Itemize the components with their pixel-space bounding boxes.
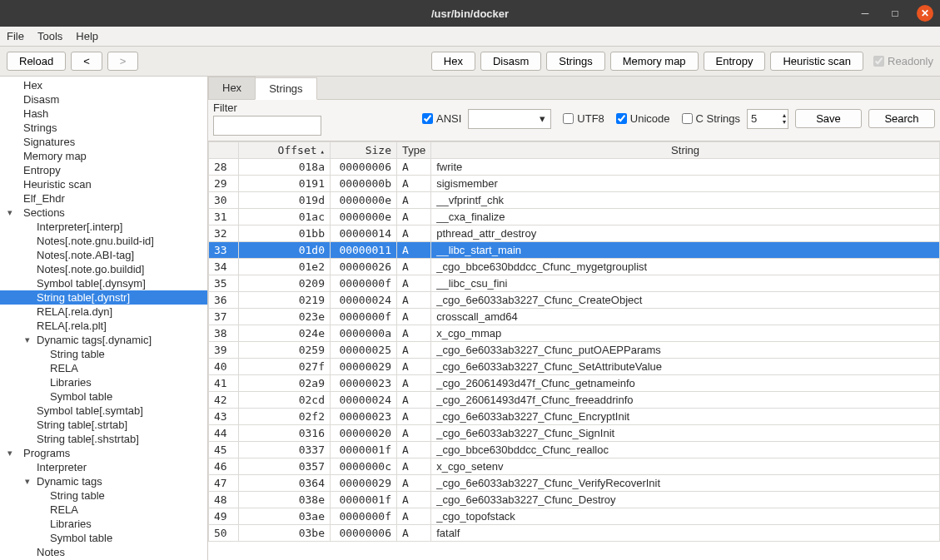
forward-button[interactable]: > — [107, 52, 139, 71]
readonly-input[interactable] — [873, 56, 884, 67]
tree-item[interactable]: Elf_Ehdr — [0, 191, 207, 206]
minimize-button[interactable]: ─ — [857, 5, 873, 22]
cstrings-checkbox[interactable]: C Strings — [682, 112, 740, 125]
table-row[interactable]: 3101ac0000000eA__cxa_finalize — [209, 209, 940, 225]
tree-item[interactable]: Hash — [0, 107, 207, 121]
sidebar-tree[interactable]: HexDisasmHashStringsSignaturesMemory map… — [0, 77, 208, 560]
tree-item[interactable]: String table[.strtab] — [0, 418, 207, 432]
maximize-button[interactable]: □ — [887, 5, 903, 22]
view-entropy-button[interactable]: Entropy — [704, 52, 766, 71]
tree-item[interactable]: Interpreter — [0, 460, 207, 474]
tree-item[interactable]: String table — [0, 347, 207, 361]
tree-item[interactable]: RELA — [0, 361, 207, 375]
cell-offset: 0364 — [239, 475, 331, 492]
strings-table-wrap[interactable]: Offset▴ Size Type String 28018a00000006A… — [208, 141, 940, 560]
table-row[interactable]: 48038e0000001fA_cgo_6e6033ab3227_Cfunc_D… — [209, 492, 940, 508]
view-strings-button[interactable]: Strings — [546, 52, 604, 71]
tab-hex[interactable]: Hex — [208, 77, 256, 99]
col-type[interactable]: Type — [397, 142, 431, 159]
menu-tools[interactable]: Tools — [37, 30, 62, 42]
tree-item[interactable]: Symbol table — [0, 531, 207, 545]
cell-size: 0000000e — [331, 209, 397, 225]
window-title: /usr/bin/docker — [431, 7, 509, 20]
table-row[interactable]: 39025900000025A_cgo_6e6033ab3227_Cfunc_p… — [209, 342, 940, 359]
table-row[interactable]: 30019d0000000eA__vfprintf_chk — [209, 192, 940, 209]
tree-item[interactable]: Strings — [0, 121, 207, 135]
unicode-checkbox[interactable]: Unicode — [616, 112, 670, 125]
tree-item[interactable]: Disasm — [0, 92, 207, 107]
view-memory-map-button[interactable]: Memory map — [610, 52, 699, 71]
tree-item[interactable]: Interpreter[.interp] — [0, 220, 207, 234]
ansi-checkbox[interactable]: ANSI — [422, 112, 461, 125]
tree-item[interactable]: Hex — [0, 78, 207, 92]
table-row[interactable]: 4603570000000cAx_cgo_setenv — [209, 458, 940, 475]
search-button[interactable]: Search — [868, 109, 935, 128]
utf8-checkbox[interactable]: UTF8 — [563, 112, 604, 125]
tree-item[interactable]: String table[.shstrtab] — [0, 432, 207, 446]
tree-item[interactable]: String table[.dynstr] — [0, 290, 207, 305]
tree-item[interactable]: Sections — [0, 206, 207, 220]
tree-item[interactable]: Heuristic scan — [0, 177, 207, 191]
table-row[interactable]: 3401e200000026A_cgo_bbce630bddcc_Cfunc_m… — [209, 259, 940, 275]
tree-item[interactable]: RELA[.rela.plt] — [0, 319, 207, 333]
tree-item[interactable]: Entropy — [0, 163, 207, 177]
close-button[interactable]: ✕ — [917, 5, 933, 22]
tree-item[interactable]: Libraries — [0, 517, 207, 531]
table-row[interactable]: 3201bb00000014Apthread_attr_destroy — [209, 225, 940, 242]
tree-item[interactable]: Memory map — [0, 149, 207, 163]
tree-item[interactable]: Dynamic tags — [0, 474, 207, 488]
cell-string: fatalf — [431, 525, 940, 542]
tree-item[interactable]: Notes[.note.gnu.build-id] — [0, 234, 207, 248]
table-row[interactable]: 4202cd00000024A_cgo_26061493d47f_Cfunc_f… — [209, 392, 940, 409]
col-size[interactable]: Size — [331, 142, 397, 159]
table-row[interactable]: 44031600000020A_cgo_6e6033ab3227_Cfunc_S… — [209, 425, 940, 442]
readonly-checkbox[interactable]: Readonly — [873, 55, 933, 67]
min-length-spin[interactable]: 5 ▴▾ — [747, 109, 788, 129]
tree-item[interactable]: Symbol table[.symtab] — [0, 404, 207, 418]
tree-item[interactable]: Notes[.note.ABI-tag] — [0, 248, 207, 262]
table-row[interactable]: 37023e0000000fAcrosscall_amd64 — [209, 309, 940, 325]
table-row[interactable]: 4102a900000023A_cgo_26061493d47f_Cfunc_g… — [209, 375, 940, 392]
ansi-combo[interactable]: ▾ — [468, 109, 551, 129]
table-row[interactable]: 28018a00000006Afwrite — [209, 159, 940, 176]
view-heuristic-scan-button[interactable]: Heuristic scan — [770, 52, 863, 71]
tree-item[interactable]: Programs — [0, 446, 207, 460]
tree-item-label: Dynamic tags — [37, 475, 102, 488]
back-button[interactable]: < — [71, 52, 102, 71]
reload-button[interactable]: Reload — [7, 52, 66, 71]
tree-item[interactable]: Libraries — [0, 375, 207, 389]
tree-item[interactable]: Symbol table — [0, 389, 207, 404]
view-hex-button[interactable]: Hex — [431, 52, 475, 71]
table-row[interactable]: 47036400000029A_cgo_6e6033ab3227_Cfunc_V… — [209, 475, 940, 492]
table-row[interactable]: 4903ae0000000fA_cgo_topofstack — [209, 508, 940, 525]
tree-item[interactable]: String table — [0, 488, 207, 503]
tree-item[interactable]: Symbol table[.dynsym] — [0, 276, 207, 290]
table-row[interactable]: 36021900000024A_cgo_6e6033ab3227_Cfunc_C… — [209, 292, 940, 309]
tree-item[interactable]: RELA[.rela.dyn] — [0, 305, 207, 319]
tree-item[interactable]: Notes — [0, 545, 207, 559]
spin-down-icon[interactable]: ▾ — [783, 119, 786, 126]
tree-item[interactable]: Dynamic tags[.dynamic] — [0, 333, 207, 347]
table-row[interactable]: 3301d000000011A__libc_start_main — [209, 242, 940, 259]
tree-item-label: Sections — [23, 206, 65, 219]
table-row[interactable]: 40027f00000029A_cgo_6e6033ab3227_Cfunc_S… — [209, 359, 940, 375]
table-row[interactable]: 5003be00000006Afatalf — [209, 525, 940, 542]
tree-item[interactable]: Notes[.note.go.buildid] — [0, 262, 207, 276]
filter-input[interactable] — [213, 116, 321, 136]
table-row[interactable]: 4503370000001fA_cgo_bbce630bddcc_Cfunc_r… — [209, 442, 940, 458]
sort-asc-icon: ▴ — [321, 147, 325, 156]
table-row[interactable]: 2901910000000bAsigismember — [209, 176, 940, 192]
view-disasm-button[interactable]: Disasm — [480, 52, 541, 71]
tab-strings[interactable]: Strings — [255, 77, 316, 100]
col-string[interactable]: String — [431, 142, 940, 159]
tree-item[interactable]: RELA — [0, 503, 207, 517]
table-row[interactable]: 4302f200000023A_cgo_6e6033ab3227_Cfunc_E… — [209, 409, 940, 425]
col-index[interactable] — [209, 142, 239, 159]
menu-help[interactable]: Help — [76, 30, 98, 42]
table-row[interactable]: 38024e0000000aAx_cgo_mmap — [209, 325, 940, 342]
save-button[interactable]: Save — [795, 109, 862, 128]
table-row[interactable]: 3502090000000fA__libc_csu_fini — [209, 275, 940, 292]
tree-item[interactable]: Signatures — [0, 135, 207, 149]
col-offset[interactable]: Offset▴ — [239, 142, 331, 159]
menu-file[interactable]: File — [7, 30, 24, 42]
